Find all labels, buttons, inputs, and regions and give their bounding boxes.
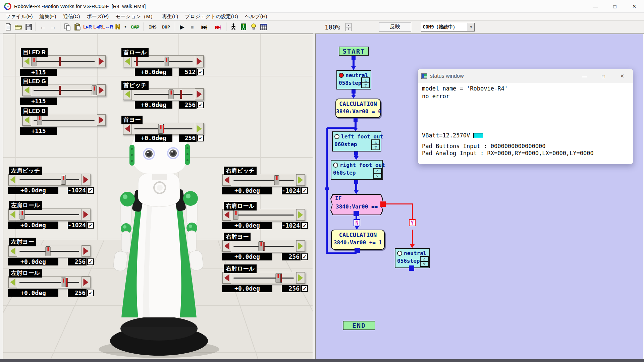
copy-button[interactable] [62,22,72,32]
status-minimize-button[interactable]: — [575,69,594,83]
menu-pose[interactable]: ポーズ(P) [84,13,112,20]
slider-checkbox[interactable]: ✓ [87,187,94,194]
slider-track[interactable] [231,174,296,186]
flow-calc-var-increment[interactable]: CALCULATION 3840:Var00 += 1 [331,230,385,250]
slider-checkbox[interactable]: ✓ [301,187,308,194]
neutral-dropdown-button[interactable]: ▼ [123,22,128,32]
close-button[interactable]: ✕ [625,0,644,13]
slider-decrease-button[interactable] [8,209,17,220]
menu-help[interactable]: ヘルプ(H) [242,13,270,20]
slider-decrease-button[interactable] [22,114,31,126]
menu-motion[interactable]: モーション（M） [112,13,158,20]
slider-knob[interactable] [37,115,42,125]
insert-button[interactable]: INS [146,22,159,32]
slider-knob[interactable] [46,246,51,256]
slider-track[interactable] [132,56,195,67]
slider-knob[interactable] [31,57,36,66]
slider-checkbox[interactable]: ✓ [87,222,94,229]
slider-knob[interactable] [274,175,279,185]
slider-decrease-button[interactable] [123,123,132,134]
slider-increase-button[interactable] [296,209,305,221]
step-forward-button[interactable]: ▶▶| [197,22,211,32]
swap-pose-lr-button[interactable]: L↔R [103,22,113,32]
slider-increase-button[interactable] [82,245,90,257]
pose-out-connector[interactable] [409,265,414,271]
slider-decrease-button[interactable] [22,84,31,96]
slider-increase-button[interactable] [296,174,305,186]
slider-track[interactable] [132,123,195,134]
status-window-titlebar[interactable]: status window — □ ✕ [418,69,633,83]
slider-track[interactable] [132,88,195,100]
slider-increase-button[interactable] [195,88,204,100]
slider-decrease-button[interactable] [222,174,231,186]
controller-board-button[interactable] [238,22,249,32]
slider-checkbox[interactable]: ✓ [197,102,204,108]
back-button[interactable]: ← [38,22,48,32]
slider-checkbox[interactable]: ✓ [87,290,94,296]
flow-end-block[interactable]: END [343,321,375,330]
slider-decrease-button[interactable] [22,56,31,67]
menu-communication[interactable]: 通信(C) [60,13,83,20]
slider-checkbox[interactable]: ✓ [87,258,94,265]
slider-checkbox[interactable]: ✓ [301,285,308,292]
copy-pose-left-to-right-button[interactable]: L▸R [83,22,93,32]
new-file-button[interactable] [3,22,13,32]
slider-checkbox[interactable]: ✓ [197,69,204,75]
slider-knob[interactable] [92,85,97,95]
if-yes-connector[interactable] [380,201,386,207]
save-button[interactable] [23,22,34,32]
led-settings-button[interactable] [249,22,259,32]
neutral-pose-button[interactable]: N [113,22,123,32]
menu-file[interactable]: ファイル(F) [3,13,36,20]
play-button[interactable]: ▶ [177,22,187,32]
slider-knob[interactable] [20,210,25,220]
spin-down-icon[interactable]: ▽ [372,145,379,149]
flow-start-block[interactable]: START [339,47,369,56]
flow-pose-right-foot-out[interactable]: right foot out 060step △▽ [331,160,383,180]
slider-increase-button[interactable] [195,56,204,67]
slider-increase-button[interactable] [296,240,305,252]
step-spinner[interactable]: △▽ [373,168,382,179]
menu-project-settings[interactable]: プロジェクトの設定(D) [182,13,241,20]
slider-track[interactable] [31,84,97,96]
flow-pose-neutral-056[interactable]: neutral 056step △▽ [395,248,430,268]
spin-up-icon[interactable]: △ [362,78,369,83]
if-no-connector[interactable] [354,211,359,216]
slider-knob[interactable] [61,278,66,287]
slider-checkbox[interactable]: ✓ [197,135,204,141]
walk-test-button[interactable] [228,22,238,32]
slider-track[interactable] [231,272,296,284]
slider-decrease-button[interactable] [8,174,17,185]
slider-track[interactable] [31,114,97,126]
slider-increase-button[interactable] [97,84,106,96]
slider-knob[interactable] [233,210,238,220]
slider-track[interactable] [17,277,82,288]
slider-track[interactable] [231,240,296,252]
slider-increase-button[interactable] [82,174,90,185]
flow-pose-left-foot-out[interactable]: left foot out 060step △▽ [332,131,381,152]
slider-decrease-button[interactable] [8,277,17,288]
slider-knob[interactable] [168,89,173,99]
zoom-down-icon[interactable]: ▼ [346,27,351,31]
slider-track[interactable] [31,56,97,67]
zoom-up-icon[interactable]: ▲ [346,23,351,27]
spin-up-icon[interactable]: △ [372,140,379,145]
slider-decrease-button[interactable] [222,209,231,221]
step-spinner[interactable]: △▽ [420,256,429,267]
spin-down-icon[interactable]: ▽ [362,83,369,87]
slider-decrease-button[interactable] [123,88,132,100]
com-port-select[interactable]: COM9（接続中） ▼ [421,23,475,32]
slider-track[interactable] [17,174,82,185]
menu-edit[interactable]: 編集(E) [37,13,59,20]
maximize-button[interactable]: □ [605,0,625,13]
spin-up-icon[interactable]: △ [374,169,381,174]
paste-button[interactable] [72,22,83,32]
slider-decrease-button[interactable] [222,240,231,252]
slider-track[interactable] [231,209,296,221]
zoom-spinner[interactable]: ▲ ▼ [345,23,352,31]
status-maximize-button[interactable]: □ [594,69,613,83]
fast-forward-button[interactable]: ▶▶| [211,22,224,32]
slider-decrease-button[interactable] [123,56,132,67]
duplicate-button[interactable]: DUP [159,22,173,32]
slider-knob[interactable] [275,273,280,283]
